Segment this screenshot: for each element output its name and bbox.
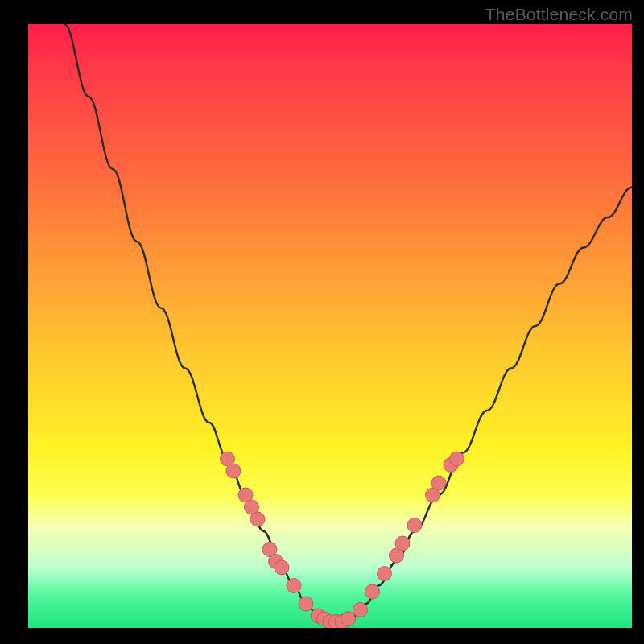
data-marker: [365, 584, 380, 599]
chart-svg: [28, 24, 632, 628]
data-marker: [250, 512, 265, 526]
data-marker: [275, 560, 289, 575]
bottleneck-curve: [64, 24, 632, 622]
outer-frame: TheBottleneck.com: [0, 0, 644, 644]
watermark-text: TheBottleneck.com: [485, 5, 633, 24]
data-marker: [226, 464, 241, 478]
data-marker: [287, 579, 301, 593]
marker-group: [221, 452, 464, 628]
data-marker: [431, 476, 446, 490]
data-marker: [450, 452, 464, 466]
data-marker: [353, 603, 368, 617]
data-marker: [407, 518, 422, 533]
data-marker: [299, 597, 313, 611]
data-marker: [378, 567, 392, 581]
data-marker: [395, 536, 410, 551]
data-marker: [341, 612, 356, 626]
